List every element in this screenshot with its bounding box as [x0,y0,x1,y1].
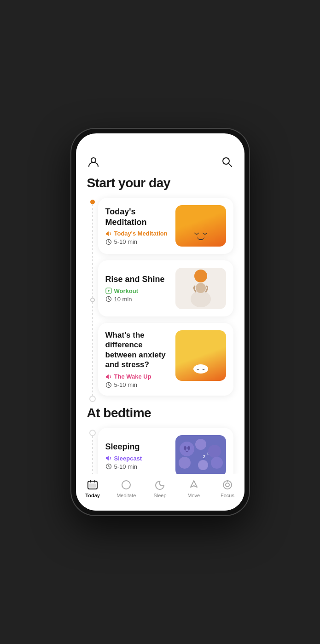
card-sleeping-title: Sleeping [105,442,169,452]
status-bar [76,133,244,154]
nav-label-move: Move [187,493,200,498]
timeline-dot-2 [90,298,95,302]
sleeping-illustration: z z [175,435,226,474]
svg-marker-26 [191,481,197,487]
svg-point-14 [179,457,191,469]
card-anxiety-time: 5-10 min [105,381,169,388]
section-title-day: Start your day [87,176,233,190]
meditate-nav-icon [120,479,132,491]
card-anxiety-image [175,330,226,381]
move-icon [188,479,200,491]
nav-item-sleep[interactable]: Sleep [143,479,177,498]
top-nav [76,154,244,172]
nav-item-today[interactable]: Today [76,479,110,498]
card-sleeping-meta: Sleepcast [105,455,169,462]
card-meditation[interactable]: Today'sMeditation Today's Meditation [98,198,233,254]
move-nav-icon [188,479,200,491]
svg-point-27 [223,481,232,489]
card-sleeping-duration: 5-10 min [114,463,138,470]
phone-frame: Start your day Today'sMeditation [70,128,250,516]
nav-item-meditate[interactable]: Meditate [110,479,143,498]
nav-item-focus[interactable]: Focus [210,479,244,498]
clock-icon-1 [105,239,112,245]
card-rise[interactable]: Rise and Shine Workout [98,260,233,316]
phone-screen: Start your day Today'sMeditation [76,133,244,511]
sleep-icon [154,479,166,491]
card-sleeping-tag: Sleepcast [114,455,142,462]
svg-point-25 [122,481,130,489]
volume-icon-2 [105,374,112,380]
volume-icon-sleeping [105,455,112,461]
profile-icon[interactable] [87,155,100,168]
eye-left [194,232,199,235]
svg-point-6 [194,270,207,282]
svg-line-2 [228,164,232,167]
card-meditation-tag: Today's Meditation [114,230,168,237]
card-meditation-image [175,205,226,247]
today-nav-icon [87,479,99,491]
card-rise-title: Rise and Shine [105,274,169,285]
volume-icon [105,230,112,237]
focus-icon [221,479,233,491]
timeline-line-1 [92,204,93,298]
card-rise-text: Rise and Shine Workout [105,274,169,303]
meditation-face [194,232,207,240]
eye-right [203,232,207,235]
svg-point-17 [184,446,186,450]
card-sleeping[interactable]: Sleeping Sleepcast [98,428,233,474]
card-meditation-meta: Today's Meditation [105,230,169,237]
section-title-bedtime: At bedtime [87,406,233,420]
svg-rect-22 [89,483,96,488]
card-rise-image [175,268,226,309]
bedtime-cards-col: Sleeping Sleepcast [98,428,233,474]
focus-nav-icon [221,479,233,491]
scroll-content[interactable]: Start your day Today'sMeditation [76,172,244,474]
clock-icon-3 [105,382,112,388]
nav-label-sleep: Sleep [153,493,166,498]
timeline-line-2 [92,302,93,396]
svg-point-11 [180,442,194,456]
today-icon [87,479,99,491]
card-anxiety[interactable]: What's the difference between anxiety an… [98,323,233,396]
play-icon-rise [105,288,112,294]
timeline-dot-3 [89,396,96,402]
card-anxiety-tag: The Wake Up [114,373,151,380]
svg-point-28 [226,483,229,487]
bedtime-dot [89,430,96,436]
svg-point-29 [227,481,228,482]
bedtime-section: Sleeping Sleepcast [87,428,233,474]
svg-point-12 [195,439,206,450]
meditation-eyes [194,232,207,235]
anxiety-eyes [197,368,205,370]
card-anxiety-title: What's the difference between anxiety an… [105,330,169,369]
card-rise-time: 10 min [105,296,169,303]
clock-icon-2 [105,296,112,302]
timeline-dot-1 [90,200,95,204]
anxiety-eye-r [202,368,205,370]
nav-label-meditate: Meditate [116,493,136,498]
svg-point-7 [191,291,211,307]
card-anxiety-meta: The Wake Up [105,373,169,380]
cards-column: Today'sMeditation Today's Meditation [98,198,233,402]
nav-label-focus: Focus [221,493,234,498]
card-meditation-text: Today'sMeditation Today's Meditation [105,207,169,245]
start-day-section: Today'sMeditation Today's Meditation [87,198,233,402]
svg-text:z: z [203,454,205,459]
bedtime-line [92,436,93,474]
anxiety-face [193,364,208,374]
clock-icon-sleeping [105,463,112,470]
svg-point-0 [91,158,96,162]
card-sleeping-image: z z [175,435,226,474]
card-rise-meta: Workout [105,288,169,294]
rise-illustration [180,268,221,309]
svg-point-13 [208,445,221,458]
card-rise-tag: Workout [114,288,138,294]
meditate-icon [120,479,132,491]
timeline-bedtime [87,428,98,474]
card-meditation-time: 5-10 min [105,238,169,245]
svg-point-15 [198,460,208,470]
search-icon[interactable] [221,155,233,168]
timeline [87,198,98,402]
nav-item-move[interactable]: Move [177,479,210,498]
anxiety-eye-l [197,368,199,370]
